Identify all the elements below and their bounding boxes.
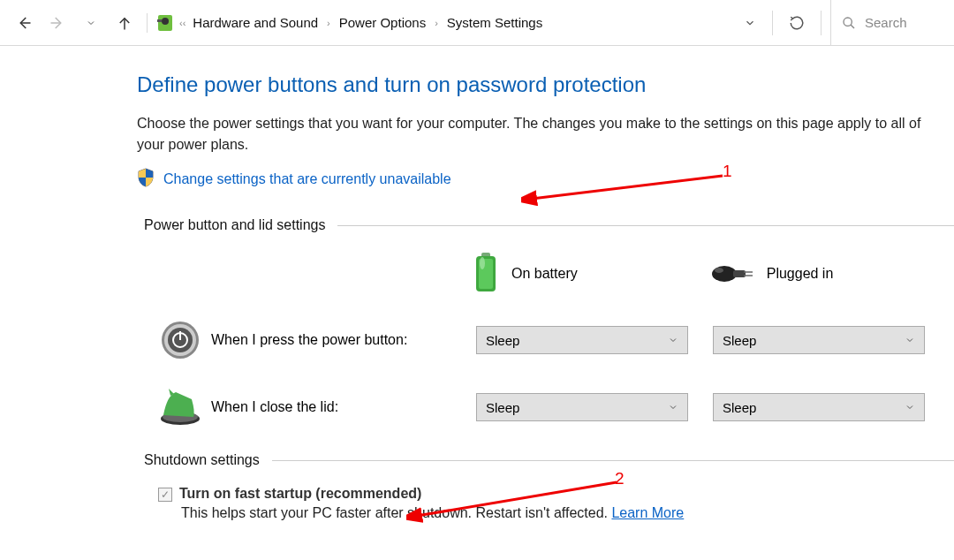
- learn-more-link[interactable]: Learn More: [611, 505, 684, 520]
- svg-point-11: [480, 257, 485, 269]
- change-unavailable-settings-link[interactable]: Change settings that are currently unava…: [163, 171, 451, 187]
- power-button-label: When I press the power button:: [211, 332, 476, 348]
- close-lid-plugged-select[interactable]: Sleep: [713, 393, 925, 421]
- select-value: Sleep: [486, 400, 519, 415]
- close-lid-icon: [158, 385, 202, 429]
- section-header-shutdown: Shutdown settings: [144, 452, 260, 468]
- close-lid-battery-select[interactable]: Sleep: [476, 393, 688, 421]
- column-header-plugged: Plugged in: [710, 258, 834, 290]
- svg-rect-5: [157, 19, 162, 22]
- power-button-battery-select[interactable]: Sleep: [476, 326, 688, 354]
- chevron-down-icon: [668, 402, 678, 412]
- breadcrumb: Hardware and Sound › Power Options › Sys…: [189, 13, 733, 32]
- power-button-plugged-select[interactable]: Sleep: [713, 326, 925, 354]
- column-label: Plugged in: [767, 266, 834, 282]
- separator: [772, 11, 773, 35]
- breadcrumb-item[interactable]: Hardware and Sound: [189, 13, 322, 32]
- separator: [147, 13, 148, 33]
- control-panel-icon: [155, 12, 176, 34]
- chevron-right-icon: ›: [327, 18, 330, 28]
- main-content: Define power buttons and turn on passwor…: [0, 46, 954, 521]
- svg-point-6: [844, 18, 852, 26]
- toolbar: ‹‹ Hardware and Sound › Power Options › …: [0, 0, 954, 46]
- svg-line-7: [851, 25, 854, 28]
- up-button[interactable]: [110, 8, 140, 38]
- breadcrumb-item[interactable]: System Settings: [443, 13, 546, 32]
- divider: [337, 225, 954, 226]
- back-button[interactable]: [9, 8, 39, 38]
- close-lid-label: When I close the lid:: [211, 399, 476, 415]
- page-description: Choose the power settings that you want …: [137, 113, 950, 155]
- column-header-battery: On battery: [473, 251, 578, 297]
- page-title: Define power buttons and turn on passwor…: [137, 72, 954, 97]
- forward-button[interactable]: [42, 8, 72, 38]
- svg-point-16: [715, 268, 723, 273]
- svg-rect-13: [733, 270, 746, 277]
- battery-icon: [473, 251, 499, 297]
- plug-icon: [710, 258, 754, 290]
- fast-startup-checkbox[interactable]: ✓: [158, 488, 172, 502]
- annotation-label-1: 1: [723, 162, 732, 181]
- svg-point-12: [712, 266, 737, 282]
- breadcrumb-dropdown[interactable]: [737, 17, 763, 29]
- separator: [821, 11, 822, 35]
- select-value: Sleep: [486, 333, 519, 348]
- annotation-label-2: 2: [615, 469, 625, 488]
- search-placeholder: Search: [865, 15, 907, 30]
- chevron-down-icon: [905, 335, 915, 345]
- refresh-button[interactable]: [782, 8, 812, 38]
- power-button-icon: [158, 318, 202, 362]
- divider: [272, 460, 954, 461]
- chevron-down-icon: [905, 402, 915, 412]
- recent-locations-button[interactable]: [76, 8, 106, 38]
- select-value: Sleep: [723, 400, 756, 415]
- svg-point-4: [162, 18, 169, 25]
- fast-startup-label: Turn on fast startup (recommended): [179, 486, 421, 502]
- uac-shield-icon: [137, 168, 155, 191]
- section-header-power-button: Power button and lid settings: [144, 217, 325, 233]
- breadcrumb-item[interactable]: Power Options: [336, 13, 429, 32]
- chevron-right-icon: ›: [435, 18, 438, 28]
- chevron-down-icon: [668, 335, 678, 345]
- search-icon: [842, 16, 856, 30]
- column-label: On battery: [511, 266, 578, 282]
- fast-startup-description: This helps start your PC faster after sh…: [181, 505, 954, 521]
- select-value: Sleep: [723, 333, 756, 348]
- search-box[interactable]: Search: [830, 0, 945, 45]
- chevron-left-icon: ‹‹: [179, 18, 186, 28]
